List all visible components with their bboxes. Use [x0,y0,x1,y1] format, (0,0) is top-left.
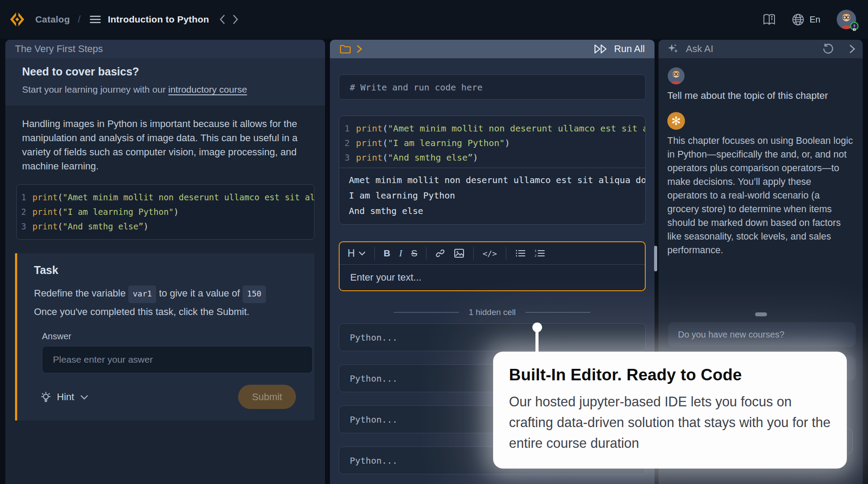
task-heading: Task [34,264,306,277]
openai-icon: ✻ [667,112,685,130]
chevron-down-icon [359,251,366,256]
image-button[interactable] [454,248,464,258]
run-all-icon [594,44,609,54]
basics-heading: Need to cover basics? [22,65,308,78]
numbered-list-icon: 1 2 [535,249,545,258]
code-cell[interactable]: 1print("Amet minim mollit non deserunt u… [339,116,646,225]
topbar-actions: En [747,9,861,30]
task-instruction-2: Once you've completed this task, click t… [34,304,306,320]
run-all-label: Run All [614,43,645,55]
code-keyword: print [32,221,57,231]
strikethrough-button[interactable]: S [411,248,417,259]
line-number: 2 [21,207,26,217]
tooltip-connector-stem [535,329,539,353]
top-bar: Catalog / Introduction to Python [0,0,868,39]
brand-logo-icon[interactable] [9,11,26,28]
editor-text-input[interactable]: Enter your text... [340,265,645,290]
page-title: Introduction to Python [108,14,210,25]
lesson-code-block: 1print("Amet minim mollit non deserunt u… [16,184,314,240]
divider-line [525,312,591,313]
bullet-list-icon [515,249,526,258]
numbered-list-button[interactable]: 1 2 [535,249,545,258]
link-button[interactable] [435,248,445,258]
line-number: 1 [21,192,26,202]
chat-thread: Tell me about the topic of this chapter … [658,58,863,257]
code-paren: ( [58,207,63,217]
answer-input[interactable] [42,346,313,373]
breadcrumb-separator: / [78,14,80,25]
code-keyword: print [32,192,57,202]
app-window: Catalog / Introduction to Python [0,0,868,484]
code-string: "And smthg else” [63,221,143,231]
tooltip-body: Our hosted jupyter-based IDE lets you fo… [509,391,832,454]
basics-text: Start your learning journey with our [22,84,168,94]
sparkles-icon [667,43,679,55]
bold-button[interactable]: B [384,248,390,259]
svg-text:1: 1 [853,28,855,31]
hidden-cell-label: 1 hidden cell [469,308,516,317]
scratch-cell-input[interactable]: # Write and run code here [339,75,646,100]
collapse-panel-chevron-icon[interactable] [849,44,856,54]
reset-chat-button[interactable] [822,43,834,55]
task-footer: Hint Submit [34,385,306,409]
task-instruction-1: Redefine the variable var1 to give it a … [34,285,306,303]
toolbar-separator [506,247,506,259]
globe-icon[interactable] [792,13,804,26]
toolbar-separator [426,247,427,259]
collapsed-cell[interactable]: Python... [339,323,646,351]
code-paren: ) [174,207,179,217]
hint-label: Hint [57,391,74,403]
lesson-paragraph: Handling images in Python is important b… [22,117,308,173]
ask-ai-title: Ask AI [686,43,713,55]
folder-icon[interactable] [340,44,351,54]
notebook-toolbar: Run All [330,40,655,58]
image-icon [454,248,464,258]
toolbar-separator [374,247,375,259]
user-question: Tell me about the topic of this chapter [667,90,854,101]
heading-button[interactable]: H [348,248,366,259]
basics-banner: Need to cover basics? Start your learnin… [5,58,325,105]
feature-tooltip: Built-In Editor. Ready to Code Our hoste… [493,352,847,469]
run-all-button[interactable]: Run All [588,43,645,55]
next-chapter-button[interactable] [232,14,239,25]
code-paren: ) [143,221,148,231]
italic-button[interactable]: I [399,248,402,259]
bullet-list-button[interactable] [515,249,526,258]
code-button[interactable]: </> [483,249,497,258]
value-chip: 150 [243,285,266,303]
chevron-down-icon [80,394,88,400]
suggestion-chip[interactable]: Do you have new courses? [668,322,856,347]
code-paren: ( [58,192,63,202]
code-paren: ( [58,221,63,231]
ask-ai-header: Ask AI [658,40,863,58]
breadcrumb-catalog[interactable]: Catalog [35,14,70,25]
hint-button[interactable]: Hint [40,391,88,403]
svg-text:2: 2 [535,254,537,258]
introductory-course-link[interactable]: introductory course [168,84,247,94]
var1-chip: var1 [128,285,156,303]
resize-handle[interactable] [755,312,767,316]
tooltip-connector-dot [532,323,542,332]
lesson-title: The Very First Steps [5,40,325,58]
language-label[interactable]: En [810,15,820,25]
docs-book-icon[interactable] [763,13,776,26]
editor-toolbar: H B I S [340,242,645,264]
code-keyword: print [32,207,57,217]
expand-files-chevron-icon[interactable] [356,45,363,53]
svg-text:1: 1 [535,249,537,253]
code-string: "Amet minim mollit non deserunt ullamco … [63,192,314,202]
submit-button[interactable]: Submit [238,385,296,409]
prev-chapter-button[interactable] [219,14,226,25]
hidden-cell-divider[interactable]: 1 hidden cell [330,304,655,321]
code-string: "I am learning Python" [63,207,174,217]
markdown-editor: H B I S [339,241,646,291]
tooltip-heading: Built-In Editor. Ready to Code [509,366,832,384]
scrollbar-thumb[interactable] [654,246,657,271]
code-cell-source[interactable]: 1print("Amet minim mollit non deserunt u… [339,116,645,168]
chapter-menu-icon[interactable] [90,15,101,24]
link-icon [435,248,445,258]
toolbar-separator [473,247,474,259]
chat-user-avatar [667,67,685,85]
user-avatar[interactable]: 1 [836,9,857,30]
line-number: 3 [21,221,26,231]
